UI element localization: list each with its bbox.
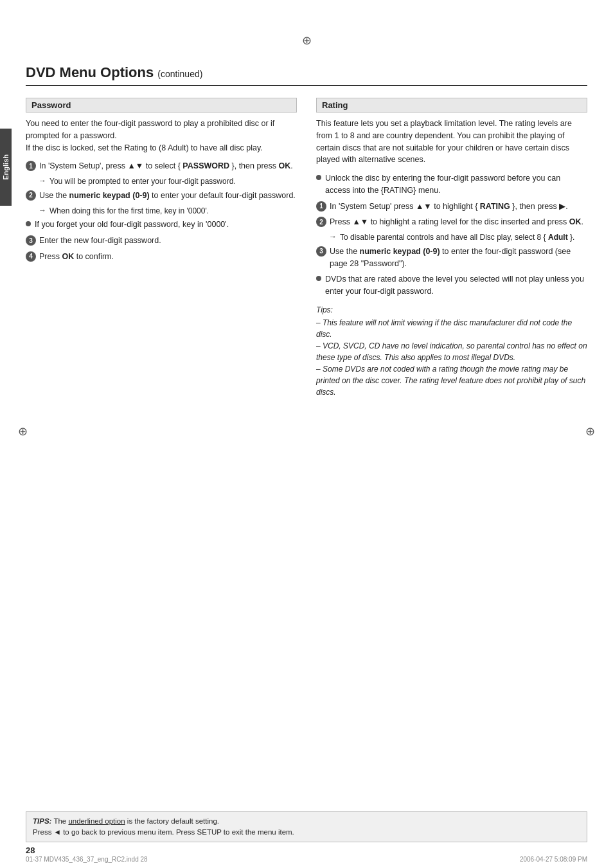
- tips-line2: Press ◄ to go back to previous menu item…: [33, 828, 294, 836]
- rating-intro: This feature lets you set a playback lim…: [316, 118, 587, 166]
- tips-line1-prefix: The: [53, 817, 68, 825]
- rating-step-3-text: Use the numeric keypad (0-9) to enter th…: [330, 246, 587, 270]
- footer-date: 2006-04-27 5:08:09 PM: [520, 856, 587, 863]
- password-intro: You need to enter the four-digit passwor…: [26, 118, 297, 154]
- rating-tip-2: – VCD, SVCD, CD have no level indication…: [316, 340, 587, 363]
- rating-section-header: Rating: [316, 98, 587, 113]
- password-step-4: 4 Press OK to confirm.: [26, 251, 297, 263]
- bullet-dot-1: [26, 221, 31, 226]
- rating-step-2-text: Press ▲▼ to highlight a rating level for…: [330, 216, 587, 228]
- rating-bullet-1-text: Unlock the disc by entering the four-dig…: [325, 172, 587, 197]
- footer-filename: 01-37 MDV435_436_37_eng_RC2.indd 28: [26, 856, 148, 863]
- rating-step-3: 3 Use the numeric keypad (0-9) to enter …: [316, 246, 587, 270]
- tips-line1-suffix: is the factory default setting.: [125, 817, 219, 825]
- rating-bullet-2-text: DVDs that are rated above the level you …: [325, 273, 587, 298]
- rating-arrow-symbol: →: [329, 232, 337, 243]
- password-bullet-1: If you forget your old four-digit passwo…: [26, 219, 297, 231]
- rating-step-2-arrow: → To disable parental controls and have …: [329, 232, 587, 243]
- password-step-1-text: In 'System Setup', press ▲▼ to select { …: [39, 160, 297, 172]
- rating-step-1-text: In 'System Setup' press ▲▼ to highlight …: [330, 201, 587, 213]
- rating-tip-3: – Some DVDs are not coded with a rating …: [316, 363, 587, 398]
- rating-bullet-dot-1: [316, 175, 321, 180]
- password-step-3: 3 Enter the new four-digit password.: [26, 235, 297, 247]
- step-number-3: 3: [26, 235, 36, 246]
- arrow-symbol-2: →: [39, 206, 46, 217]
- page: ⊕ English ⊕ ⊕ ⊕ DVD Menu Options (contin…: [0, 0, 613, 868]
- password-step-2: 2 Use the numeric keypad (0-9) to enter …: [26, 190, 297, 202]
- step-number-1: 1: [26, 161, 36, 171]
- rating-tips-block: Tips: – This feature will not limit view…: [316, 304, 587, 398]
- rating-step-number-2: 2: [316, 217, 326, 227]
- password-step-1-sub: You will be prompted to enter your four-…: [49, 176, 297, 187]
- rating-step-2-sub: To disable parental controls and have al…: [340, 232, 587, 243]
- two-column-layout: Password You need to enter the four-digi…: [26, 98, 587, 398]
- language-tab-label: English: [2, 154, 10, 180]
- crosshair-top: ⊕: [302, 33, 312, 48]
- page-title: DVD Menu Options (continued): [26, 64, 587, 86]
- password-step-2-arrow: → When doing this for the first time, ke…: [39, 206, 297, 217]
- tips-underline: underlined option: [68, 817, 125, 825]
- password-section-header: Password: [26, 98, 297, 113]
- password-step-4-text: Press OK to confirm.: [39, 251, 297, 263]
- rating-column: Rating This feature lets you set a playb…: [316, 98, 587, 398]
- continued-label: (continued): [157, 69, 202, 79]
- tips-label: TIPS:: [33, 817, 51, 825]
- password-bullet-1-text: If you forget your old four-digit passwo…: [35, 219, 297, 231]
- rating-step-2: 2 Press ▲▼ to highlight a rating level f…: [316, 216, 587, 228]
- page-number: 28: [26, 845, 35, 855]
- rating-step-number-3: 3: [316, 246, 326, 257]
- step-number-2: 2: [26, 190, 36, 201]
- rating-step-number-1: 1: [316, 201, 326, 212]
- rating-bullet-dot-2: [316, 276, 321, 281]
- password-step-1: 1 In 'System Setup', press ▲▼ to select …: [26, 160, 297, 172]
- rating-step-1: 1 In 'System Setup' press ▲▼ to highligh…: [316, 201, 587, 213]
- title-text: DVD Menu Options: [26, 64, 154, 80]
- rating-tips-title: Tips:: [316, 304, 587, 316]
- rating-tip-1: – This feature will not limit viewing if…: [316, 317, 587, 340]
- password-step-1-arrow: → You will be prompted to enter your fou…: [39, 176, 297, 187]
- arrow-symbol: →: [39, 176, 46, 187]
- password-step-2-sub: When doing this for the first time, key …: [49, 206, 297, 217]
- language-tab: English: [0, 129, 12, 206]
- password-step-2-text: Use the numeric keypad (0-9) to enter yo…: [39, 190, 297, 202]
- rating-bullet-2: DVDs that are rated above the level you …: [316, 273, 587, 298]
- tips-box: TIPS: The underlined option is the facto…: [26, 811, 587, 843]
- main-content: DVD Menu Options (continued) Password Yo…: [26, 64, 587, 804]
- rating-bullet-1: Unlock the disc by entering the four-dig…: [316, 172, 587, 197]
- password-column: Password You need to enter the four-digi…: [26, 98, 297, 267]
- step-number-4: 4: [26, 251, 36, 262]
- password-step-3-text: Enter the new four-digit password.: [39, 235, 297, 247]
